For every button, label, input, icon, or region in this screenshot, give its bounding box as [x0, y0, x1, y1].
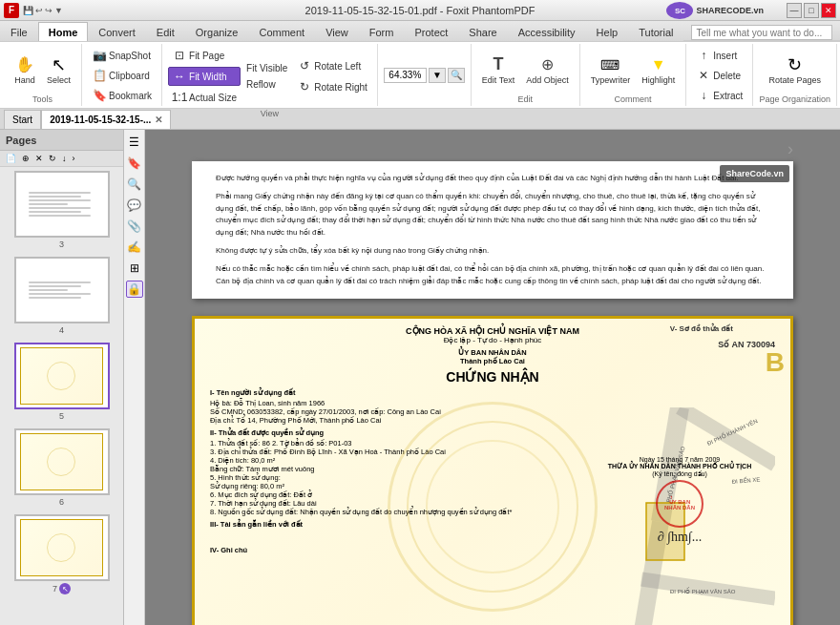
tab-home[interactable]: Home	[38, 22, 89, 41]
fit-visible-label: Fit Visible	[246, 63, 287, 73]
tab-organize[interactable]: Organize	[185, 22, 249, 41]
tab-help[interactable]: Help	[586, 22, 629, 41]
pages-nav[interactable]: ›	[71, 153, 77, 164]
zoom-fit-button[interactable]: 🔍	[448, 68, 465, 83]
hand-button[interactable]: ✋ Hand	[10, 52, 40, 88]
fit-page-label: Fit Page	[189, 51, 224, 61]
rotate-pages-button[interactable]: ↻ Rotate Pages	[764, 52, 826, 88]
cert-sign-title: THỪA ỦY NHÂN DÂN THÀNH PHỐ CHỦ TỊCH	[584, 463, 775, 470]
fit-page-button[interactable]: ⊡ Fit Page	[168, 46, 241, 65]
window-controls[interactable]: — □ ✕	[787, 3, 836, 18]
ribbon-group-zoom: ▼ 🔍	[378, 44, 472, 106]
tab-tutorial[interactable]: Tutorial	[628, 22, 683, 41]
cert-s3: III- Tài sản gắn liền với đất	[210, 520, 575, 529]
extract-icon: ↓	[696, 88, 711, 103]
delete-icon: ✕	[696, 68, 711, 83]
page-thumb-6[interactable]: 6	[4, 428, 119, 507]
left-tool-comment[interactable]: 💬	[126, 197, 143, 214]
rotate-pages-group-label: Page Organization	[759, 94, 830, 104]
title-text: 2019-11-05-15-32-15-01.pdf - Foxit Phant…	[305, 5, 536, 16]
left-tool-bookmark[interactable]: 🔖	[126, 155, 143, 172]
fit-visible-button[interactable]: Fit Visible	[242, 61, 291, 75]
doc-tab-start[interactable]: Start	[4, 110, 41, 129]
left-tool-search[interactable]: 🔍	[126, 176, 143, 193]
snapshot-icon: 📷	[92, 48, 107, 63]
fit-width-button[interactable]: ↔ Fit Width	[168, 67, 241, 86]
cert-chungnhan: CHỨNG NHẬN	[210, 369, 775, 385]
typewriter-button[interactable]: ⌨ Typewriter	[586, 52, 636, 88]
page-thumb-4[interactable]: 4	[4, 257, 119, 335]
tab-view[interactable]: View	[315, 22, 359, 41]
actual-size-button[interactable]: 1:1 Actual Size	[168, 88, 241, 107]
left-tool-lock[interactable]: 🔒	[126, 281, 143, 298]
page-thumb-5[interactable]: 5	[4, 343, 119, 421]
pages-toolbar: 📄 ⊕ ✕ ↻ ↓ ›	[0, 151, 123, 167]
highlight-button[interactable]: ▼ Highlight	[637, 52, 680, 88]
reflow-button[interactable]: Reflow	[242, 77, 291, 92]
left-tool-nav[interactable]: ☰	[126, 134, 143, 151]
page-thumb-img-5	[14, 343, 110, 409]
zoom-input[interactable]	[384, 68, 427, 83]
text-para-4: Nếu có thắc mắc hoặc cần tìm hiểu về chí…	[216, 263, 769, 288]
rotate-right-button[interactable]: ↻ Rotate Right	[293, 77, 371, 96]
cert-stamp: ỦY BANNHÂN DÂN	[656, 480, 704, 528]
left-tool-layers[interactable]: ⊞	[126, 260, 143, 277]
view-items: ⊡ Fit Page ↔ Fit Width 1:1 Actual Size F…	[168, 46, 371, 107]
tab-protect[interactable]: Protect	[404, 22, 458, 41]
hand-label: Hand	[14, 75, 35, 85]
delete-button[interactable]: ✕ Delete	[692, 66, 745, 85]
page-thumb-img-4	[14, 257, 110, 323]
pages-tool-2[interactable]: ⊕	[20, 153, 32, 164]
rotate-left-icon: ↺	[297, 58, 312, 73]
doc-tab-close-button[interactable]: ✕	[155, 115, 162, 125]
bookmark-button[interactable]: 🔖 Bookmark	[88, 86, 156, 105]
tools-group-label: Tools	[32, 94, 52, 104]
insert-icon: ↑	[696, 48, 711, 63]
hand-icon: ✋	[14, 54, 35, 75]
extract-button[interactable]: ↓ Extract	[692, 86, 746, 105]
edit-text-button[interactable]: T Edit Text	[477, 52, 519, 88]
clipboard-button[interactable]: 📋 Clipboard	[88, 66, 154, 85]
cert-location: 3. Địa chỉ thửa đất: Phổ Đình Bộ Lĩnh - …	[210, 448, 575, 456]
page-thumb-label-5: 5	[59, 411, 64, 421]
tab-form[interactable]: Form	[359, 22, 405, 41]
delete-label: Delete	[713, 71, 741, 81]
sharecode-logo-area: SC SHARECODE.vn	[666, 2, 764, 19]
pages-tool-5[interactable]: ↓	[60, 153, 69, 164]
pages-tool-3[interactable]: ✕	[33, 153, 45, 164]
tab-accessibility[interactable]: Accessibility	[508, 22, 586, 41]
tab-file[interactable]: File	[0, 22, 38, 41]
add-object-button[interactable]: ⊕ Add Object	[521, 52, 574, 88]
select-button[interactable]: ↖ Select	[42, 52, 75, 88]
ribbon-search-input[interactable]	[691, 25, 832, 40]
pages-tool-1[interactable]: 📄	[4, 153, 18, 164]
page-thumb-7[interactable]: 7 ↖	[4, 514, 119, 594]
doc-nav-right-arrow[interactable]: ›	[788, 139, 793, 159]
left-tool-attachment[interactable]: 📎	[126, 218, 143, 235]
insert-label: Insert	[713, 51, 737, 61]
zoom-dropdown-button[interactable]: ▼	[429, 68, 446, 83]
highlight-label: Highlight	[641, 75, 675, 85]
tab-convert[interactable]: Convert	[88, 22, 146, 41]
cert-address: Địa chỉ: Tổ 14, Phường Phố Mới, Thành ph…	[210, 416, 575, 425]
maximize-button[interactable]: □	[804, 3, 819, 18]
close-button[interactable]: ✕	[821, 3, 836, 18]
tab-edit[interactable]: Edit	[146, 22, 185, 41]
thumb-line	[29, 211, 81, 213]
tab-share[interactable]: Share	[458, 22, 507, 41]
view-column1: ⊡ Fit Page ↔ Fit Width 1:1 Actual Size	[168, 46, 241, 107]
doc-view[interactable]: › ShareCode.vn Được hướng quyền và phải …	[145, 130, 840, 625]
pages-tool-4[interactable]: ↻	[47, 153, 58, 164]
page-thumb-3[interactable]: 3	[4, 171, 119, 249]
tab-comment[interactable]: Comment	[248, 22, 315, 41]
cert-b-letter: B	[766, 347, 785, 378]
rotate-right-icon: ↻	[297, 79, 312, 94]
insert-button[interactable]: ↑ Insert	[692, 46, 741, 65]
left-tool-signature[interactable]: ✍	[126, 239, 143, 256]
doc-tab-pdf[interactable]: 2019-11-05-15-32-15-... ✕	[41, 110, 171, 129]
page-thumb-label-6: 6	[59, 497, 64, 507]
rotate-left-button[interactable]: ↺ Rotate Left	[293, 56, 371, 75]
snapshot-button[interactable]: 📷 SnapShot	[88, 46, 155, 65]
cert-map-label: V- Sơ đồ thửa đất	[670, 324, 733, 333]
minimize-button[interactable]: —	[787, 3, 802, 18]
